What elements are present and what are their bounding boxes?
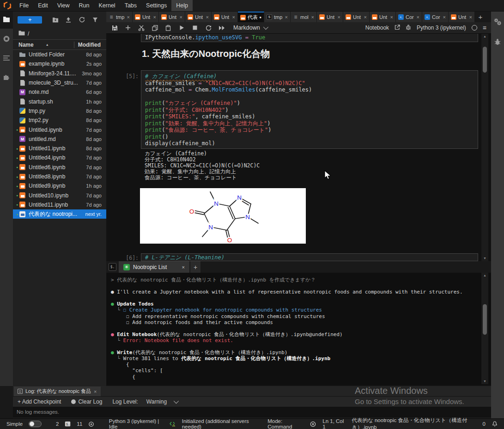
scrollbar-thumb[interactable] (483, 304, 487, 335)
editor-tab[interactable]: Cor × (396, 12, 422, 22)
tab-close-button[interactable]: × (206, 14, 209, 20)
file-row[interactable]: ● Untitled10.ipynb 7d ago (13, 190, 106, 200)
bell-icon[interactable] (492, 421, 498, 427)
column-header-name[interactable]: Name ▲ (18, 42, 74, 48)
property-inspector-icon[interactable] (493, 18, 502, 27)
kernels-count[interactable]: 11 (77, 421, 82, 427)
file-row[interactable]: molecule_3D_stru... 7d ago (13, 78, 106, 87)
code-cell-input[interactable]: # カフェイン (Caffeine) caffeine_smiles = "CN… (141, 70, 478, 149)
debugger-icon[interactable] (494, 38, 501, 47)
menu-item[interactable]: Run (74, 0, 94, 11)
tab-close-button[interactable]: × (390, 14, 393, 20)
new-folder-button[interactable] (49, 17, 62, 23)
cell-type-select[interactable]: Markdown (233, 25, 267, 31)
add-cell-icon[interactable] (124, 24, 132, 31)
terminals-count[interactable]: 2 (56, 421, 59, 427)
paste-cells-icon[interactable] (164, 24, 172, 31)
menu-item[interactable]: View (53, 0, 74, 11)
clear-log-button[interactable]: Clear Log (71, 398, 102, 405)
tab-close-button[interactable]: × (285, 14, 288, 20)
menu-item[interactable]: File (15, 0, 33, 11)
scroll-down-arrow[interactable]: ▼ (481, 379, 488, 384)
file-row[interactable]: ● Untitled.ipynb 7d ago (13, 125, 106, 134)
editor-tab[interactable]: Unt × (133, 12, 159, 22)
kernel-name[interactable]: Python 3 (ipykernel) (417, 25, 466, 31)
tab-close-button[interactable]: × (232, 14, 235, 20)
cut-cells-icon[interactable] (138, 24, 145, 31)
editor-tab[interactable]: 代表 ● (238, 12, 264, 22)
restart-kernel-icon[interactable] (205, 24, 212, 31)
breadcrumb[interactable]: / (13, 28, 106, 39)
editor-tab[interactable]: tmp × (264, 12, 291, 22)
tab-close-button[interactable]: × (182, 264, 185, 270)
simple-mode-toggle[interactable] (29, 421, 41, 427)
tab-close-button[interactable]: ● (259, 15, 261, 19)
file-row[interactable]: example.ipynb 2s ago (13, 59, 106, 68)
running-sessions-icon[interactable] (3, 35, 10, 44)
log-tab[interactable]: Log: 代表的な nootropic 食品 × (14, 386, 101, 396)
new-tab-button[interactable]: + (475, 12, 486, 22)
file-row[interactable]: tmp.py 8d ago (13, 106, 106, 116)
menu-item[interactable]: Tabs (120, 0, 141, 11)
table-of-contents-icon[interactable] (3, 55, 10, 63)
file-row[interactable]: ● Untitled11.ipynb 7d ago (13, 200, 106, 209)
menu-item[interactable]: Help (171, 0, 193, 11)
new-terminal-button[interactable]: + (190, 261, 200, 273)
tab-close-button[interactable]: × (311, 14, 314, 20)
refresh-button[interactable] (75, 17, 89, 23)
editor-tab[interactable]: Unt × (185, 12, 212, 22)
bug-icon[interactable] (406, 24, 411, 31)
scroll-up-arrow[interactable]: ▲ (481, 34, 488, 39)
editor-tab[interactable]: Unt × (449, 12, 475, 22)
scroll-up-arrow[interactable]: ▲ (481, 273, 488, 278)
file-row[interactable]: note.md 6d ago (13, 87, 106, 97)
command-mode-indicator[interactable]: Mode: Command (267, 418, 304, 429)
file-row[interactable]: untitled.md 8d ago (13, 135, 106, 144)
file-row[interactable]: ● Untitled9.ipynb 1h ago (13, 181, 106, 190)
terminal-icon[interactable]: $. (109, 263, 116, 271)
file-row[interactable]: ● 代表的な nootropi... next yr. (13, 209, 106, 219)
tab-close-button[interactable]: × (417, 14, 419, 20)
code-cell-input[interactable]: IPythonConsole.ipython_useSVG = True (141, 34, 478, 42)
kernel-status-icon[interactable] (472, 25, 477, 31)
tab-close-button[interactable]: × (180, 14, 182, 20)
filter-button[interactable] (88, 17, 102, 23)
terminal-output[interactable]: > 代表的な nootropic 食品・化合物リスト（構造付き）.ipynb を… (106, 273, 483, 384)
file-row[interactable]: ● Untitled8.ipynb 7d ago (13, 172, 106, 181)
trust-shield-icon[interactable] (310, 421, 316, 427)
tab-close-button[interactable]: × (443, 14, 446, 20)
save-icon[interactable] (111, 24, 118, 31)
file-row[interactable]: Untitled Folder 8d ago (13, 50, 106, 59)
tab-close-button[interactable]: × (153, 14, 156, 20)
editor-tab[interactable]: Unt × (343, 12, 370, 22)
editor-tab[interactable]: Unt × (317, 12, 343, 22)
scrollbar-thumb[interactable] (483, 47, 487, 73)
editor-tab[interactable]: Unt × (370, 12, 396, 22)
file-row[interactable]: tmp2.py 8d ago (13, 116, 106, 125)
restart-run-all-icon[interactable] (218, 24, 225, 31)
file-row[interactable]: startup.sh 1h ago (13, 97, 106, 106)
tab-close-button[interactable]: × (127, 14, 130, 20)
editor-tab[interactable]: Cor × (422, 12, 449, 22)
add-checkpoint-button[interactable]: + Add Checkpoint (18, 398, 61, 405)
copy-cells-icon[interactable] (151, 24, 158, 31)
editor-tab[interactable]: mol × (291, 12, 317, 22)
file-row[interactable]: Miniforge3-24.11.... 3mo ago (13, 69, 106, 78)
file-browser-icon[interactable] (3, 16, 10, 25)
file-row[interactable]: ● Untitled6.ipynb 7d ago (13, 163, 106, 172)
run-cell-icon[interactable] (178, 24, 185, 31)
kernel-menu-icon[interactable]: ≡ (483, 24, 486, 31)
extension-manager-icon[interactable] (3, 73, 10, 82)
terminal-scrollbar[interactable]: ▲ ▼ (481, 273, 488, 384)
notebook-scrollbar[interactable]: ▲ ▼ (481, 34, 488, 261)
file-row[interactable]: ● Untitled4.ipynb 7d ago (13, 153, 106, 162)
kernel-status[interactable]: Python 3 (ipykernel) | Idle (109, 418, 164, 429)
notification-count[interactable]: 0 (483, 421, 486, 427)
menu-item[interactable]: Edit (33, 0, 53, 11)
menu-item[interactable]: Settings (141, 0, 171, 11)
terminal-tab[interactable]: Nootropic List × (119, 261, 189, 273)
log-level-select[interactable]: Warning (146, 398, 177, 405)
interrupt-kernel-icon[interactable] (191, 24, 199, 31)
new-launcher-button[interactable]: + (18, 16, 42, 24)
tab-close-button[interactable]: × (364, 14, 367, 20)
